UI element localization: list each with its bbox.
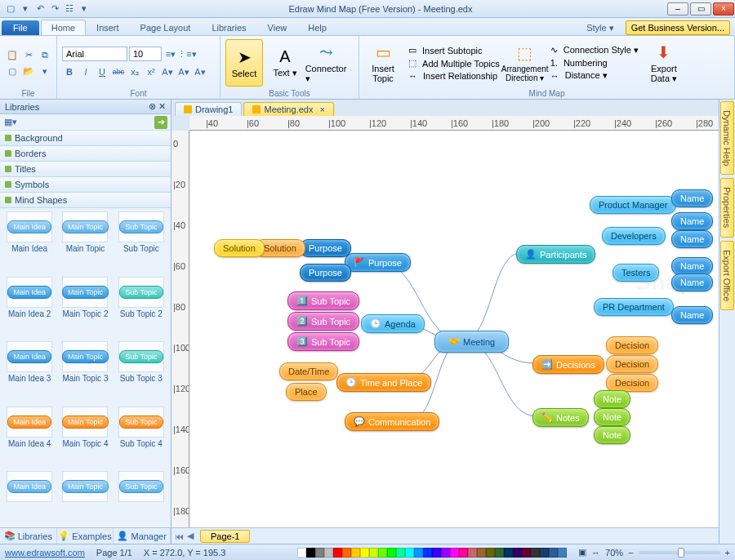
- undo-icon[interactable]: ↶: [34, 3, 46, 15]
- file-tab[interactable]: File: [2, 20, 39, 35]
- tab-help[interactable]: Help: [297, 20, 337, 35]
- shape-cell[interactable]: Sub TopicSub Topic 4: [115, 407, 167, 469]
- shape-cell[interactable]: Main TopicMain Topic 4: [59, 407, 111, 469]
- shape-cell[interactable]: Sub TopicSub Topic 3: [115, 341, 167, 403]
- lib-view-icon[interactable]: ▦▾: [3, 115, 18, 130]
- mindmap-node[interactable]: Purpose: [300, 264, 351, 282]
- tab-page-layout[interactable]: Page Layout: [130, 20, 202, 35]
- canvas[interactable]: Snap 🤝Meeting🚩PurposePurposePurposeSolut…: [189, 131, 719, 527]
- clear-format-button[interactable]: A▾: [193, 64, 207, 79]
- shape-cell[interactable]: Main IdeaMain Idea 2: [3, 277, 56, 339]
- mindmap-node[interactable]: Product Manager: [590, 196, 676, 214]
- mindmap-node[interactable]: 🤝Meeting: [434, 331, 509, 353]
- shape-cell[interactable]: Sub TopicSub Topic: [115, 211, 167, 273]
- color-swatch[interactable]: [558, 548, 567, 558]
- distance-button[interactable]: ↔ Distance ▾: [550, 70, 639, 81]
- superscript-button[interactable]: x²: [144, 64, 158, 79]
- color-swatch[interactable]: [351, 548, 360, 558]
- color-swatch[interactable]: [342, 548, 351, 558]
- color-swatch[interactable]: [468, 548, 477, 558]
- new-icon[interactable]: ▢: [5, 3, 16, 15]
- arrangement-button[interactable]: ⬚Arrangement Direction ▾: [506, 39, 544, 87]
- mindmap-node[interactable]: ➡️Decisions: [532, 355, 604, 374]
- style-dropdown[interactable]: Style ▾: [578, 21, 622, 35]
- color-swatch[interactable]: [531, 548, 540, 558]
- shape-cell[interactable]: Main Topic: [59, 471, 111, 524]
- shape-cell[interactable]: Main IdeaMain Idea: [3, 211, 56, 273]
- right-tab-dynamic-help[interactable]: Dynamic Help: [720, 101, 734, 175]
- color-swatch[interactable]: [477, 548, 486, 558]
- numbering-button[interactable]: 1. Numbering: [550, 58, 639, 68]
- tab-home[interactable]: Home: [41, 20, 86, 35]
- bold-button[interactable]: B: [62, 64, 77, 79]
- library-category[interactable]: Titles: [0, 162, 171, 177]
- insert-subtopic-button[interactable]: ▭ Insert Subtopic: [408, 45, 500, 56]
- print-icon[interactable]: ☷: [64, 3, 75, 15]
- tab-view[interactable]: View: [257, 20, 298, 35]
- library-category[interactable]: Borders: [0, 146, 171, 162]
- mindmap-node[interactable]: Name: [671, 212, 713, 230]
- color-swatch[interactable]: [459, 548, 468, 558]
- shape-cell[interactable]: Main Idea: [3, 471, 56, 524]
- color-swatch[interactable]: [396, 548, 405, 558]
- mindmap-node[interactable]: 👤Participants: [516, 245, 595, 264]
- shape-cell[interactable]: Sub Topic: [115, 471, 167, 524]
- color-swatch[interactable]: [486, 548, 495, 558]
- font-family-input[interactable]: Arial: [62, 47, 127, 61]
- mindmap-node[interactable]: 🕒Agenda: [361, 314, 425, 333]
- copy-icon[interactable]: ⧉: [38, 47, 52, 62]
- mindmap-node[interactable]: 3️⃣Sub Topic: [287, 332, 359, 351]
- page-nav-first-icon[interactable]: ⏮: [175, 531, 184, 541]
- mindmap-node[interactable]: Name: [671, 257, 713, 275]
- qat-more-icon[interactable]: ▾: [78, 3, 90, 15]
- mindmap-node[interactable]: Solution: [214, 239, 265, 257]
- mindmap-node[interactable]: Place: [286, 383, 327, 401]
- highlight-button[interactable]: A▾: [176, 64, 191, 79]
- lib-add-icon[interactable]: ➔: [154, 116, 167, 129]
- color-swatch[interactable]: [324, 548, 333, 558]
- color-swatch[interactable]: [549, 548, 558, 558]
- mindmap-node[interactable]: Name: [671, 189, 713, 207]
- zoom-in-button[interactable]: +: [725, 548, 730, 558]
- mindmap-node[interactable]: 1️⃣Sub Topic: [287, 291, 359, 310]
- color-swatch[interactable]: [387, 548, 396, 558]
- export-data-button[interactable]: ⬇Export Data ▾: [645, 39, 683, 87]
- footer-examples-button[interactable]: 💡Examples: [57, 528, 114, 544]
- color-swatch[interactable]: [333, 548, 342, 558]
- underline-button[interactable]: U: [95, 64, 109, 79]
- close-button[interactable]: ×: [713, 2, 734, 16]
- color-swatch[interactable]: [405, 548, 414, 558]
- color-swatch[interactable]: [414, 548, 423, 558]
- mindmap-node[interactable]: 💬Communication: [345, 412, 439, 431]
- mindmap-node[interactable]: Name: [671, 273, 713, 291]
- mindmap-node[interactable]: Purpose: [300, 239, 351, 257]
- shape-cell[interactable]: Main IdeaMain Idea 4: [3, 407, 56, 469]
- open-icon[interactable]: 📂: [21, 64, 36, 78]
- right-tab-export-office[interactable]: Export Office: [720, 241, 734, 310]
- mindmap-node[interactable]: Developers: [602, 227, 666, 245]
- color-swatch[interactable]: [540, 548, 549, 558]
- page-nav-prev-icon[interactable]: ◀: [187, 531, 194, 541]
- library-category[interactable]: Mind Shapes: [0, 193, 171, 208]
- tab-insert[interactable]: Insert: [86, 20, 130, 35]
- mindmap-node[interactable]: 🕒Time and Place: [336, 373, 431, 392]
- more-icon[interactable]: ▾: [38, 64, 52, 78]
- color-swatch[interactable]: [360, 548, 369, 558]
- shape-cell[interactable]: Main IdeaMain Idea 3: [3, 341, 56, 403]
- mindmap-node[interactable]: Decision: [606, 336, 658, 354]
- tab-libraries[interactable]: Libraries: [201, 20, 256, 35]
- mindmap-node[interactable]: PR Department: [594, 298, 674, 316]
- footer-manager-button[interactable]: 👤Manager: [114, 528, 171, 544]
- insert-relationship-button[interactable]: ↔ Insert Relationship: [408, 71, 500, 81]
- mindmap-node[interactable]: Decision: [606, 374, 658, 392]
- document-tab[interactable]: Drawing1: [175, 102, 242, 116]
- font-size-input[interactable]: 10: [129, 47, 162, 61]
- mindmap-node[interactable]: ✏️Notes: [532, 408, 589, 427]
- shape-cell[interactable]: Main TopicMain Topic 3: [59, 341, 111, 403]
- mindmap-node[interactable]: Decision: [606, 355, 658, 373]
- strikethrough-button[interactable]: abc: [111, 64, 126, 79]
- color-swatch[interactable]: [441, 548, 450, 558]
- get-business-button[interactable]: Get Business Version...: [626, 20, 730, 35]
- mindmap-node[interactable]: Note: [594, 426, 630, 444]
- redo-icon[interactable]: ↷: [49, 3, 60, 15]
